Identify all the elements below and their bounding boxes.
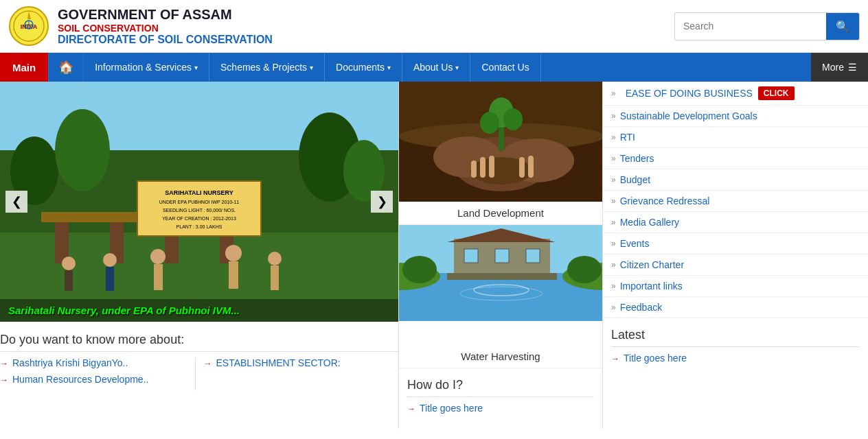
- bullet-icon: »: [611, 281, 616, 291]
- chevron-down-icon: ▾: [310, 64, 313, 71]
- svg-rect-32: [229, 261, 238, 289]
- search-bar: 🔍: [674, 12, 860, 40]
- header: INDIA GOVERNMENT OF ASSAM SOIL CONSERVAT…: [0, 0, 868, 53]
- nav-item-contact[interactable]: Contact Us: [470, 53, 540, 82]
- arrow-icon: →: [0, 359, 8, 368]
- svg-text:SARIHATALI NURSERY: SARIHATALI NURSERY: [165, 189, 233, 196]
- water-harvesting-label[interactable]: Water Harvesting: [399, 345, 602, 368]
- nav-home-button[interactable]: 🏠: [48, 53, 84, 82]
- dept2: DIRECTORATE OF SOIL CONSERVATION: [58, 34, 674, 46]
- list-item[interactable]: → Rashtriya Krishi BigyanYo..: [0, 357, 195, 368]
- ease-doing-business-row: » EASE OF DOING BUSINESS CLICK: [603, 82, 868, 106]
- bullet-icon: »: [611, 132, 616, 142]
- svg-rect-56: [447, 273, 557, 280]
- svg-rect-26: [65, 270, 73, 291]
- svg-point-44: [503, 108, 523, 130]
- slide-image: SARIHATALI NURSERY UNDER EPA PUBHNOI IWP…: [0, 82, 398, 322]
- sidebar-link-tenders[interactable]: » Tenders: [603, 148, 868, 169]
- svg-rect-49: [519, 157, 525, 178]
- svg-point-31: [225, 245, 242, 261]
- nav-main-button[interactable]: Main: [0, 53, 48, 82]
- nav-item-about[interactable]: About Us ▾: [402, 53, 471, 82]
- water-harvesting-card: Water Harvesting: [399, 225, 602, 368]
- svg-text:SEEDLING LIGHT : 60,000/ NOS.: SEEDLING LIGHT : 60,000/ NOS.: [163, 208, 236, 213]
- sidebar-link-sdg[interactable]: » Sustainable Development Goals: [603, 106, 868, 127]
- svg-point-29: [150, 249, 165, 264]
- gov-name: GOVERNMENT OF ASSAM: [58, 7, 674, 23]
- svg-point-33: [268, 252, 282, 265]
- bullet-icon: »: [611, 111, 616, 121]
- nav-item-schemes[interactable]: Schemes & Projects ▾: [209, 53, 325, 82]
- chevron-down-icon: ▾: [455, 64, 459, 71]
- bullet-icon: »: [611, 196, 616, 206]
- search-button[interactable]: 🔍: [826, 13, 859, 40]
- sidebar-link-important[interactable]: » Important links: [603, 276, 868, 297]
- bullet-icon: »: [611, 260, 616, 270]
- svg-rect-58: [464, 249, 478, 263]
- water-harvesting-image: [399, 225, 602, 345]
- svg-rect-60: [526, 249, 540, 263]
- svg-rect-48: [489, 156, 494, 178]
- how-do-i-section: How do I? → Title goes here: [399, 368, 602, 429]
- land-development-label[interactable]: Land Development: [399, 202, 602, 225]
- bullet-icon: »: [611, 239, 616, 248]
- bullet-icon: »: [611, 88, 616, 98]
- image-slider: SARIHATALI NURSERY UNDER EPA PUBHNOI IWP…: [0, 82, 398, 429]
- sidebar-link-grievance[interactable]: » Grievance Redressal: [603, 191, 868, 212]
- search-input[interactable]: [675, 14, 826, 38]
- svg-point-16: [55, 109, 110, 191]
- svg-point-25: [62, 257, 76, 270]
- click-badge[interactable]: CLICK: [758, 86, 795, 100]
- main-content: SARIHATALI NURSERY UNDER EPA PUBHNOI IWP…: [0, 82, 868, 429]
- middle-section: Land Development: [398, 82, 603, 429]
- svg-rect-50: [528, 156, 534, 178]
- land-development-image: [399, 82, 602, 202]
- list-item[interactable]: → Title goes here: [611, 353, 860, 364]
- nav-item-info-services[interactable]: Information & Services ▾: [84, 53, 209, 82]
- svg-point-27: [103, 253, 117, 267]
- do-you-want-heading: Do you want to know more about:: [0, 333, 398, 351]
- do-you-want-col2: → ESTABLISHMENT SECTOR:: [195, 357, 399, 390]
- svg-text:PLANT : 3.00 LAKHS: PLANT : 3.00 LAKHS: [176, 224, 222, 229]
- dept1: SOIL CONSERVATION: [58, 23, 674, 34]
- sidebar-link-events[interactable]: » Events: [603, 233, 868, 254]
- sidebar-link-budget[interactable]: » Budget: [603, 169, 868, 191]
- sidebar-link-rti[interactable]: » RTI: [603, 127, 868, 148]
- slide-caption: Sarihatali Nursery, under EPA of Pubhnoi…: [8, 305, 390, 316]
- svg-rect-46: [471, 161, 477, 178]
- hamburger-icon: ☰: [848, 62, 857, 73]
- sidebar-link-feedback[interactable]: » Feedback: [603, 297, 868, 318]
- svg-rect-59: [495, 249, 509, 263]
- right-sidebar: » EASE OF DOING BUSINESS CLICK » Sustain…: [603, 82, 868, 429]
- logo-emblem: INDIA: [8, 5, 49, 47]
- sidebar-link-media[interactable]: » Media Gallery: [603, 212, 868, 233]
- nav-more-button[interactable]: More ☰: [811, 53, 868, 82]
- sidebar-link-citizen-charter[interactable]: » Citizen Charter: [603, 254, 868, 276]
- arrow-icon: →: [204, 359, 212, 368]
- bullet-icon: »: [611, 217, 616, 227]
- latest-heading: Latest: [611, 328, 860, 342]
- svg-text:UNDER EPA PUBHNOI IWP 2010-11: UNDER EPA PUBHNOI IWP 2010-11: [159, 200, 240, 204]
- svg-rect-28: [106, 267, 114, 291]
- svg-rect-34: [271, 265, 279, 290]
- bullet-icon: »: [611, 175, 616, 185]
- list-item[interactable]: → Human Resources Developme..: [0, 374, 195, 385]
- list-item[interactable]: → ESTABLISHMENT SECTOR:: [204, 357, 399, 368]
- bullet-icon: »: [611, 302, 616, 312]
- arrow-icon: →: [407, 404, 415, 414]
- svg-text:YEAR OF CREATION : 2012-2013: YEAR OF CREATION : 2012-2013: [162, 216, 236, 221]
- slider-next-button[interactable]: ❯: [371, 191, 393, 213]
- arrow-icon: →: [611, 354, 619, 364]
- do-you-want-section: Do you want to know more about: → Rashtr…: [0, 322, 398, 426]
- ease-text[interactable]: EASE OF DOING BUSINESS: [626, 88, 753, 99]
- navbar: Main 🏠 Information & Services ▾ Schemes …: [0, 53, 868, 82]
- list-item[interactable]: → Title goes here: [407, 403, 594, 414]
- slider-prev-button[interactable]: ❮: [5, 191, 27, 213]
- chevron-down-icon: ▾: [194, 64, 198, 71]
- nav-item-documents[interactable]: Documents ▾: [325, 53, 402, 82]
- how-do-i-heading: How do I?: [407, 378, 594, 392]
- arrow-icon: →: [0, 375, 8, 385]
- latest-section: Latest → Title goes here: [603, 318, 868, 379]
- chevron-down-icon: ▾: [387, 64, 391, 71]
- do-you-want-col1: → Rashtriya Krishi BigyanYo.. → Human Re…: [0, 357, 195, 390]
